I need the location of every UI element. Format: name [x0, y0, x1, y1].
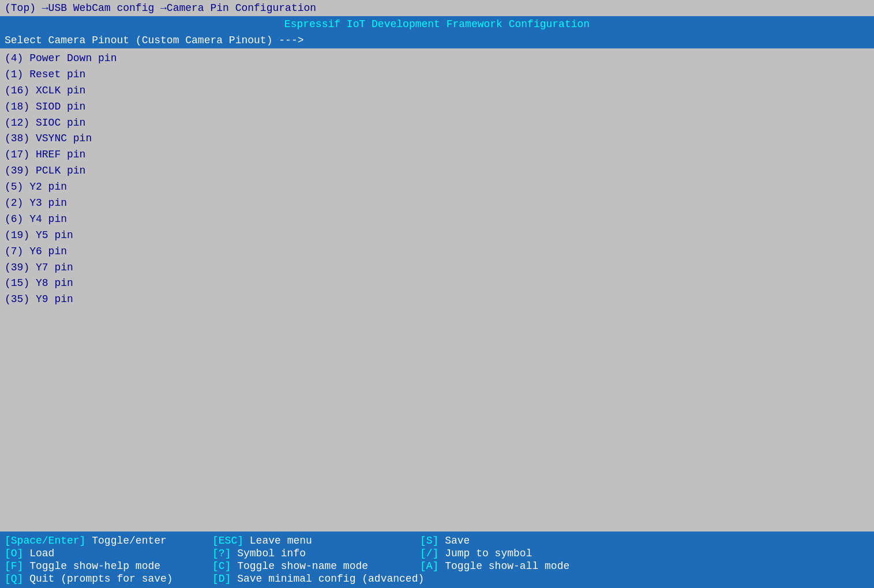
list-item[interactable]: (38) VSYNC pin — [5, 131, 869, 147]
shortcut-save-minimal[interactable]: [D] Save minimal config (advanced) — [212, 573, 424, 585]
list-item[interactable]: (7) Y6 pin — [5, 244, 869, 260]
shortcuts-row-3: [F] Toggle show-help mode [C] Toggle sho… — [5, 560, 869, 572]
shortcut-load[interactable]: [O] Load — [5, 548, 212, 559]
list-item[interactable]: (39) PCLK pin — [5, 163, 869, 179]
list-item[interactable]: (16) XCLK pin — [5, 83, 869, 99]
shortcut-quit[interactable]: [Q] Quit (prompts for save) — [5, 573, 212, 585]
list-item[interactable]: (4) Power Down pin — [5, 51, 869, 67]
shortcut-toggle[interactable]: [Space/Enter] Toggle/enter — [5, 535, 212, 546]
shortcut-toggle-name[interactable]: [C] Toggle show-name mode — [212, 560, 420, 572]
config-list: (4) Power Down pin(1) Reset pin(16) XCLK… — [0, 48, 874, 532]
list-item[interactable]: (2) Y3 pin — [5, 195, 869, 212]
shortcuts-bar: [Space/Enter] Toggle/enter [ESC] Leave m… — [0, 532, 874, 588]
selected-menu-item[interactable]: Select Camera Pinout (Custom Camera Pino… — [0, 32, 874, 48]
shortcut-esc[interactable]: [ESC] Leave menu — [212, 535, 420, 546]
shortcut-toggle-all[interactable]: [A] Toggle show-all mode — [420, 560, 628, 572]
shortcuts-row-4: [Q] Quit (prompts for save) [D] Save min… — [5, 573, 869, 585]
list-item[interactable]: (39) Y7 pin — [5, 260, 869, 276]
list-item[interactable]: (35) Y9 pin — [5, 292, 869, 308]
list-item[interactable]: (17) HREF pin — [5, 147, 869, 163]
shortcut-jump[interactable]: [/] Jump to symbol — [420, 548, 628, 559]
list-item[interactable]: (15) Y8 pin — [5, 276, 869, 292]
list-item[interactable]: (19) Y5 pin — [5, 228, 869, 244]
page-title: Espressif IoT Development Framework Conf… — [0, 16, 874, 32]
shortcuts-row-2: [O] Load [?] Symbol info [/] Jump to sym… — [5, 548, 869, 559]
list-item[interactable]: (6) Y4 pin — [5, 212, 869, 228]
list-item[interactable]: (5) Y2 pin — [5, 179, 869, 195]
list-item[interactable]: (1) Reset pin — [5, 67, 869, 83]
list-item[interactable]: (12) SIOC pin — [5, 115, 869, 131]
list-item[interactable]: (18) SIOD pin — [5, 99, 869, 115]
shortcut-save[interactable]: [S] Save — [420, 535, 628, 546]
shortcut-symbol-info[interactable]: [?] Symbol info — [212, 548, 420, 559]
shortcut-toggle-help[interactable]: [F] Toggle show-help mode — [5, 560, 212, 572]
shortcuts-row-1: [Space/Enter] Toggle/enter [ESC] Leave m… — [5, 535, 869, 546]
breadcrumb: (Top) →USB WebCam config →Camera Pin Con… — [0, 0, 874, 16]
